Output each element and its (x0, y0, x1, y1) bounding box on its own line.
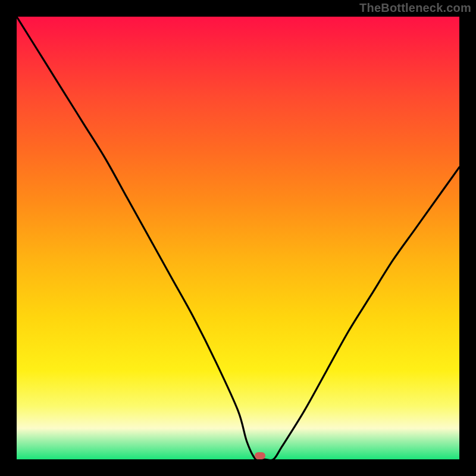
attribution-label: TheBottleneck.com (359, 1, 471, 15)
optimal-point-marker (255, 452, 265, 459)
bottleneck-curve (17, 17, 459, 459)
plot-area (17, 17, 459, 459)
chart-frame: TheBottleneck.com (0, 0, 476, 476)
